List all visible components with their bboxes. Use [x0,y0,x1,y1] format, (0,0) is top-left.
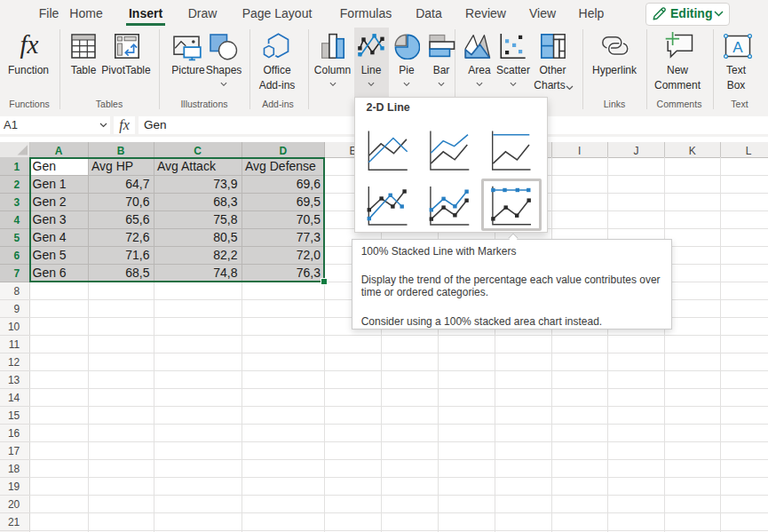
svg-text:19: 19 [8,480,20,493]
svg-text:17: 17 [8,445,20,457]
svg-text:Gen 6: Gen 6 [33,266,67,280]
svg-text:Gen: Gen [33,159,56,173]
svg-text:13: 13 [8,374,20,386]
svg-text:Gen 1: Gen 1 [33,177,67,191]
svg-text:D: D [279,145,287,157]
svg-text:A: A [732,39,743,56]
svg-text:5: 5 [14,232,20,244]
svg-text:1: 1 [14,161,20,173]
svg-text:80,5: 80,5 [213,230,237,244]
svg-text:74,8: 74,8 [213,266,237,280]
svg-text:I: I [578,145,581,157]
svg-text:70,6: 70,6 [125,195,149,209]
svg-text:10: 10 [8,321,20,333]
svg-text:72,0: 72,0 [297,248,321,262]
svg-text:71,6: 71,6 [125,248,149,262]
svg-text:20: 20 [8,498,20,511]
svg-text:69,6: 69,6 [297,177,321,191]
svg-text:8: 8 [14,285,20,298]
svg-text:Gen 4: Gen 4 [33,230,67,244]
svg-text:2: 2 [14,179,20,191]
svg-text:B: B [117,145,125,157]
svg-text:68,5: 68,5 [125,266,149,280]
svg-text:A: A [55,145,63,157]
svg-text:11: 11 [9,338,20,351]
svg-text:72,6: 72,6 [125,230,149,244]
svg-text:69,5: 69,5 [297,195,321,209]
svg-text:64,7: 64,7 [125,177,149,191]
svg-text:65,6: 65,6 [125,212,149,226]
svg-text:70,5: 70,5 [297,212,321,226]
svg-text:12: 12 [8,356,20,369]
svg-text:Gen 5: Gen 5 [33,248,67,262]
svg-text:16: 16 [8,427,20,440]
svg-text:Avg Attack: Avg Attack [157,159,217,173]
svg-text:C: C [194,145,202,157]
svg-text:3: 3 [14,196,20,209]
svg-text:15: 15 [8,409,20,422]
svg-text:73,9: 73,9 [213,177,237,191]
svg-text:82,2: 82,2 [213,248,237,262]
svg-text:9: 9 [14,303,20,315]
svg-text:6: 6 [14,250,20,262]
svg-text:21: 21 [8,516,20,528]
svg-text:14: 14 [8,392,20,404]
svg-text:Avg Defense: Avg Defense [245,159,316,173]
svg-text:Gen 3: Gen 3 [33,212,67,226]
svg-text:7: 7 [14,267,20,280]
svg-text:J: J [634,145,639,157]
svg-text:76,3: 76,3 [297,266,321,280]
svg-text:L: L [746,145,752,157]
svg-text:Avg HP: Avg HP [91,159,133,173]
svg-text:77,3: 77,3 [297,230,321,244]
svg-text:Gen 2: Gen 2 [33,195,67,209]
svg-text:K: K [689,145,696,157]
svg-text:68,3: 68,3 [213,195,237,209]
svg-text:4: 4 [14,214,20,226]
svg-text:75,8: 75,8 [213,212,237,226]
svg-text:18: 18 [8,463,20,475]
